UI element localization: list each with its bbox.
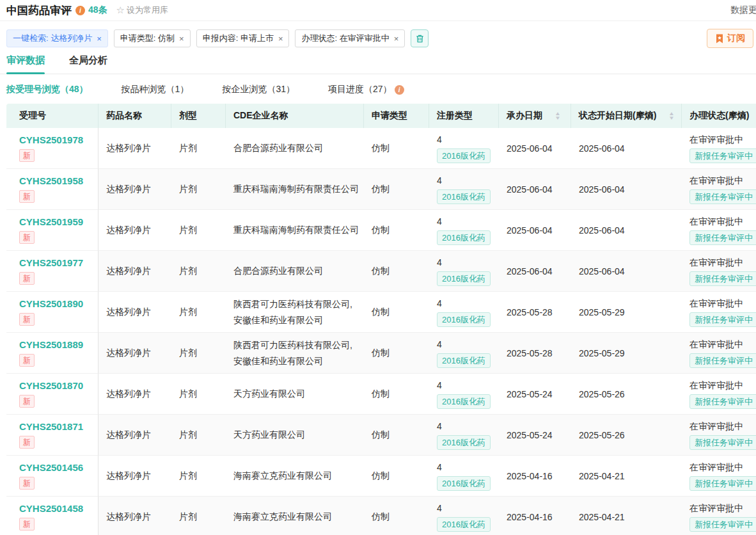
handling-status-text: 在审评审批中 — [689, 339, 756, 350]
table-row: CYHS2501871新达格列净片片剂天方药业有限公司仿制42016版化药202… — [6, 415, 756, 456]
registration-type-value: 4 — [437, 298, 499, 309]
company-cell: 海南赛立克药业有限公司 — [226, 456, 364, 497]
subtab-project-progress[interactable]: 项目进度（27） i — [328, 84, 404, 95]
drug-name-cell: 达格列净片 — [98, 210, 171, 251]
handling-status-badge: 新报任务审评中 — [689, 148, 756, 163]
company-cell: 天方药业有限公司 — [226, 415, 364, 456]
acceptance-number-cell: CYHS2501456新 — [6, 456, 98, 497]
close-icon[interactable]: × — [97, 34, 102, 44]
acceptance-number-link[interactable]: CYHS2501958 — [19, 175, 83, 186]
filter-row: 一键检索: 达格列净片 × 申请类型: 仿制 × 申报内容: 申请上市 × 办理… — [0, 21, 756, 54]
acceptance-date-cell: 2025-05-24 — [499, 374, 571, 415]
handling-status-text: 在审评审批中 — [689, 175, 756, 186]
company-cell: 陕西君可力医药科技有限公司,安徽佳和药业有限公司 — [226, 292, 364, 333]
acceptance-date-cell: 2025-04-16 — [499, 497, 571, 535]
acceptance-number-link[interactable]: CYHS2501889 — [19, 339, 83, 350]
subtab-by-acceptance-number[interactable]: 按受理号浏览（48） — [6, 84, 88, 95]
table-row: CYHS2501889新达格列净片片剂陕西君可力医药科技有限公司,安徽佳和药业有… — [6, 333, 756, 374]
registration-type-badge: 2016版化药 — [437, 435, 491, 450]
apply-type-cell: 仿制 — [364, 169, 429, 210]
drug-name-cell: 达格列净片 — [98, 456, 171, 497]
bookmark-icon — [715, 34, 724, 44]
set-favorite-label: 设为常用库 — [127, 4, 168, 16]
table-row: CYHS2501456新达格列净片片剂海南赛立克药业有限公司仿制42016版化药… — [6, 456, 756, 497]
sort-down-icon: ▼ — [555, 116, 561, 120]
status-start-date-cell: 2025-05-26 — [571, 374, 682, 415]
registration-type-badge: 2016版化药 — [437, 230, 491, 245]
status-start-date-cell: 2025-05-29 — [571, 333, 682, 374]
dosage-form-cell: 片剂 — [171, 169, 226, 210]
trash-icon — [415, 34, 425, 44]
acceptance-number-link[interactable]: CYHS2501959 — [19, 216, 83, 227]
new-badge: 新 — [19, 436, 35, 449]
registration-type-badge: 2016版化药 — [437, 517, 491, 532]
topbar: 中国药品审评 i 48条 ☆ 设为常用库 数据更新 — [0, 0, 756, 21]
apply-type-cell: 仿制 — [364, 415, 429, 456]
handling-status-cell: 在审评审批中新报任务审评中 — [682, 497, 756, 535]
acceptance-number-cell: CYHS2501871新 — [6, 415, 98, 456]
filter-tag-content[interactable]: 申报内容: 申请上市 × — [196, 29, 290, 47]
acceptance-number-link[interactable]: CYHS2501458 — [19, 503, 83, 514]
subtab-by-company[interactable]: 按企业浏览（31） — [222, 84, 295, 95]
filter-tag-status[interactable]: 办理状态: 在审评审批中 × — [295, 29, 405, 47]
dosage-form-cell: 片剂 — [171, 251, 226, 292]
acceptance-number-link[interactable]: CYHS2501890 — [19, 298, 83, 309]
status-start-date-cell: 2025-06-04 — [571, 251, 682, 292]
col-cde-company: CDE企业名称 — [226, 104, 364, 128]
company-cell: 合肥合源药业有限公司 — [226, 128, 364, 169]
dosage-form-cell: 片剂 — [171, 333, 226, 374]
filter-tag-keyword[interactable]: 一键检索: 达格列净片 × — [6, 29, 108, 47]
acceptance-date-cell: 2025-06-04 — [499, 128, 571, 169]
drug-name-cell: 达格列净片 — [98, 251, 171, 292]
handling-status-text: 在审评审批中 — [689, 298, 756, 309]
sort-control[interactable]: ▲ ▼ — [555, 111, 560, 120]
handling-status-badge: 新报任务审评中 — [689, 353, 756, 368]
acceptance-number-link[interactable]: CYHS2501456 — [19, 462, 83, 473]
acceptance-number-cell: CYHS2501977新 — [6, 251, 98, 292]
new-badge: 新 — [19, 313, 35, 326]
subscribe-button[interactable]: 订阅 — [707, 29, 753, 48]
table-row: CYHS2501959新达格列净片片剂重庆科瑞南海制药有限责任公司仿制42016… — [6, 210, 756, 251]
acceptance-number-link[interactable]: CYHS2501870 — [19, 380, 83, 391]
acceptance-date-cell: 2025-04-16 — [499, 456, 571, 497]
col-apply-type: 申请类型 — [364, 104, 429, 128]
handling-status-text: 在审评审批中 — [689, 134, 756, 145]
sort-control[interactable]: ▲ ▼ — [669, 111, 674, 120]
registration-type-badge: 2016版化药 — [437, 189, 491, 204]
acceptance-date-cell: 2025-06-04 — [499, 210, 571, 251]
result-count: 48条 — [88, 4, 107, 16]
clear-filters-button[interactable] — [411, 29, 429, 47]
apply-type-cell: 仿制 — [364, 333, 429, 374]
acceptance-number-link[interactable]: CYHS2501871 — [19, 421, 83, 432]
close-icon[interactable]: × — [394, 34, 399, 44]
registration-type-badge: 2016版化药 — [437, 312, 491, 327]
set-favorite-button[interactable]: ☆ 设为常用库 — [116, 4, 168, 16]
apply-type-cell: 仿制 — [364, 292, 429, 333]
registration-type-value: 4 — [437, 420, 499, 432]
registration-type-badge: 2016版化药 — [437, 271, 491, 286]
handling-status-text: 在审评审批中 — [689, 216, 756, 227]
handling-status-text: 在审评审批中 — [689, 257, 756, 268]
handling-status-text: 在审评审批中 — [689, 502, 756, 514]
handling-status-badge: 新报任务审评中 — [689, 394, 756, 409]
acceptance-date-cell: 2025-05-28 — [499, 292, 571, 333]
close-icon[interactable]: × — [179, 34, 184, 44]
subtab-by-variety[interactable]: 按品种浏览（1） — [122, 84, 189, 95]
close-icon[interactable]: × — [278, 34, 283, 44]
acceptance-number-link[interactable]: CYHS2501978 — [19, 134, 83, 145]
table-row: CYHS2501890新达格列净片片剂陕西君可力医药科技有限公司,安徽佳和药业有… — [6, 292, 756, 333]
filter-tag-apply-type[interactable]: 申请类型: 仿制 × — [114, 29, 191, 47]
dosage-form-cell: 片剂 — [171, 497, 226, 535]
company-cell: 合肥合源药业有限公司 — [226, 251, 364, 292]
handling-status-cell: 在审评审批中新报任务审评中 — [682, 169, 756, 210]
apply-type-cell: 仿制 — [364, 374, 429, 415]
registration-type-cell: 42016版化药 — [429, 169, 499, 210]
col-registration-type: 注册类型 — [429, 104, 499, 128]
table-row: CYHS2501978新达格列净片片剂合肥合源药业有限公司仿制42016版化药2… — [6, 128, 756, 169]
table-row: CYHS2501958新达格列净片片剂重庆科瑞南海制药有限责任公司仿制42016… — [6, 169, 756, 210]
dosage-form-cell: 片剂 — [171, 128, 226, 169]
table-row: CYHS2501870新达格列净片片剂天方药业有限公司仿制42016版化药202… — [6, 374, 756, 415]
acceptance-number-link[interactable]: CYHS2501977 — [19, 257, 83, 268]
tab-global-analysis[interactable]: 全局分析 — [69, 54, 107, 74]
tab-review-data[interactable]: 审评数据 — [6, 54, 45, 74]
